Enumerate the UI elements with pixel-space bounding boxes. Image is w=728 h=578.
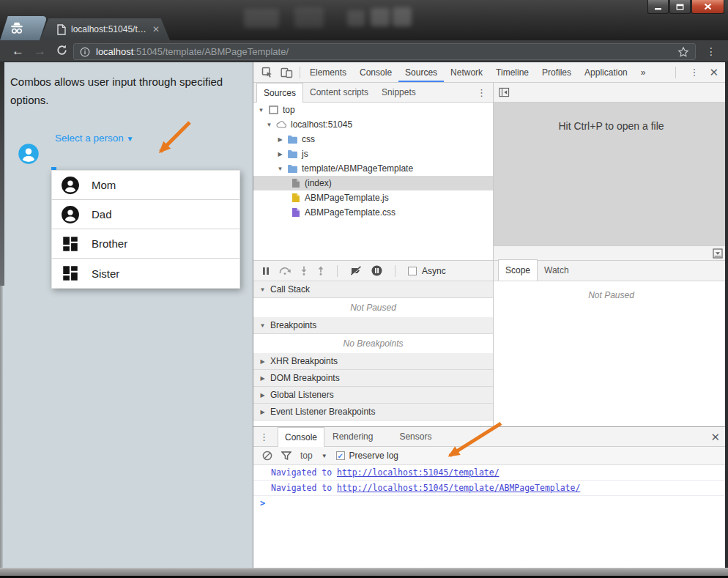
tab-sources[interactable]: Sources xyxy=(398,63,444,82)
back-icon[interactable]: ← xyxy=(12,45,24,57)
section-global-listeners[interactable]: ▶ Global Listeners xyxy=(253,387,493,404)
tree-item-label: top xyxy=(283,105,295,115)
disclosure-collapsed-icon[interactable]: ▶ xyxy=(277,136,283,143)
execution-context-selector[interactable]: top xyxy=(300,451,313,461)
bookmark-star-icon[interactable] xyxy=(677,46,689,58)
devtools-toolbar: Elements Console Sources Network Timelin… xyxy=(253,62,728,83)
expand-drawer-icon[interactable] xyxy=(713,248,723,259)
drawer-menu-icon[interactable]: ⋮ xyxy=(259,431,269,442)
tab-close-icon[interactable]: ✕ xyxy=(152,25,160,34)
tree-item-label: localhost:51045 xyxy=(291,119,352,130)
tab-profiles[interactable]: Profiles xyxy=(535,63,578,82)
forward-icon[interactable]: → xyxy=(34,45,46,57)
devtools-panel: Elements Console Sources Network Timelin… xyxy=(253,62,728,568)
tab-console[interactable]: Console xyxy=(353,63,398,82)
navtab-content-scripts[interactable]: Content scripts xyxy=(303,84,375,102)
dropdown-item[interactable]: Mom xyxy=(52,171,239,200)
hide-navigator-icon[interactable] xyxy=(499,87,510,97)
section-xhr-breakpoints[interactable]: ▶ XHR Breakpoints xyxy=(253,353,493,370)
cloud-icon xyxy=(276,120,287,129)
device-toolbar-icon[interactable] xyxy=(277,67,297,78)
drawer-tab-rendering[interactable]: Rendering xyxy=(326,428,379,446)
navtab-sources[interactable]: Sources xyxy=(256,83,303,103)
inspect-element-icon[interactable] xyxy=(258,67,277,78)
disclosure-collapsed-icon: ▶ xyxy=(259,375,266,382)
close-button[interactable] xyxy=(691,0,724,14)
file-js-icon xyxy=(290,193,301,203)
tree-item-css[interactable]: ▶ css xyxy=(253,132,493,147)
navigator-menu-icon[interactable]: ⋮ xyxy=(477,87,494,98)
disclosure-collapsed-icon[interactable]: ▶ xyxy=(277,151,283,158)
disclosure-expanded-icon: ▼ xyxy=(259,322,266,329)
tab-watch[interactable]: Watch xyxy=(538,261,576,281)
tab-application[interactable]: Application xyxy=(578,63,634,82)
reload-icon[interactable] xyxy=(56,44,68,56)
tab-elements[interactable]: Elements xyxy=(303,63,353,82)
folder-icon xyxy=(287,135,298,144)
tab-timeline[interactable]: Timeline xyxy=(489,63,535,82)
dropdown-item[interactable]: Sister xyxy=(52,259,239,288)
devtools-menu-icon[interactable]: ⋮ xyxy=(689,67,699,78)
debugger-toolbar: Async xyxy=(253,260,493,281)
maximize-button[interactable] xyxy=(669,0,691,14)
call-stack-body: Not Paused xyxy=(253,298,493,317)
section-label: Global Listeners xyxy=(270,390,334,400)
dropdown-item[interactable]: Dad xyxy=(52,200,239,229)
disclosure-expanded-icon[interactable]: ▼ xyxy=(266,122,272,128)
drawer-tab-console[interactable]: Console xyxy=(278,427,324,447)
section-event-listener-breakpoints[interactable]: ▶ Event Listener Breakpoints xyxy=(253,404,493,420)
combo-select-label[interactable]: Select a person ▼ xyxy=(55,133,133,144)
editor-pane[interactable]: Hit Ctrl+P to open a file xyxy=(494,103,728,245)
tree-item-label: template/ABMPageTemplate xyxy=(302,163,413,174)
drawer-tab-sensors[interactable]: Sensors xyxy=(393,428,438,446)
console-prompt[interactable]: > xyxy=(253,496,728,511)
tree-item-localhost[interactable]: ▼ localhost:51045 xyxy=(253,117,493,132)
step-out-icon[interactable] xyxy=(317,266,324,275)
chrome-menu-icon[interactable]: ⋮ xyxy=(706,45,716,57)
preserve-log-checkbox[interactable]: ✓ xyxy=(336,451,345,460)
tree-item-label: css xyxy=(302,134,315,144)
console-toolbar: top ▼ ✓ Preserve log xyxy=(253,447,728,465)
console-link[interactable]: http://localhost:51045/template/ABMPageT… xyxy=(337,483,580,493)
tree-item-top[interactable]: ▼ top xyxy=(253,103,493,117)
browser-tab[interactable]: localhost:51045/template ✕ xyxy=(40,18,170,40)
titlebar-ghost xyxy=(347,10,365,26)
divider xyxy=(675,67,676,78)
pause-on-exceptions-icon[interactable] xyxy=(371,265,382,276)
console-drawer: ⋮ Console Rendering Sensors ✕ top ▼ ✓ Pr… xyxy=(253,426,728,568)
dropdown-item-label: Dad xyxy=(92,208,112,221)
url-field[interactable]: localhost:51045/template/ABMPageTemplate… xyxy=(73,43,696,60)
clear-console-icon[interactable] xyxy=(262,451,272,461)
minimize-button[interactable] xyxy=(647,0,669,14)
section-dom-breakpoints[interactable]: ▶ DOM Breakpoints xyxy=(253,370,493,387)
tree-item-js-file[interactable]: ABMPageTemplate.js xyxy=(253,190,493,205)
disclosure-expanded-icon[interactable]: ▼ xyxy=(258,107,264,114)
async-checkbox[interactable] xyxy=(408,267,417,275)
incognito-spy-icon xyxy=(9,20,25,37)
disclosure-expanded-icon[interactable]: ▼ xyxy=(277,166,283,172)
editor-topbar xyxy=(494,83,728,103)
window-border xyxy=(0,62,4,286)
dropdown-item[interactable]: Brother xyxy=(52,229,239,259)
section-label: Call Stack xyxy=(270,284,310,294)
tab-scope[interactable]: Scope xyxy=(498,259,538,281)
tree-item-css-file[interactable]: ABMPageTemplate.css xyxy=(253,205,493,220)
tree-item-js[interactable]: ▶ js xyxy=(253,147,493,161)
info-icon[interactable] xyxy=(80,47,90,57)
pause-script-icon[interactable] xyxy=(262,267,270,275)
deactivate-breakpoints-icon[interactable] xyxy=(350,266,362,275)
filter-icon[interactable] xyxy=(281,451,291,460)
section-breakpoints[interactable]: ▼ Breakpoints xyxy=(253,317,493,334)
step-over-icon[interactable] xyxy=(279,267,291,275)
tree-item-label: ABMPageTemplate.css xyxy=(305,207,395,218)
tab-network[interactable]: Network xyxy=(444,63,489,82)
console-link[interactable]: http://localhost:51045/template/ xyxy=(337,467,499,478)
tree-item-template-folder[interactable]: ▼ template/ABMPageTemplate xyxy=(253,161,493,176)
more-tabs-chevron-icon[interactable]: » xyxy=(634,63,653,82)
step-into-icon[interactable] xyxy=(300,266,308,275)
devtools-close-icon[interactable]: ✕ xyxy=(709,67,718,78)
context-caret-icon[interactable]: ▼ xyxy=(322,453,327,459)
navtab-snippets[interactable]: Snippets xyxy=(375,84,423,102)
section-call-stack[interactable]: ▼ Call Stack xyxy=(253,281,493,298)
tree-item-index-selected[interactable]: (index) xyxy=(253,176,493,190)
